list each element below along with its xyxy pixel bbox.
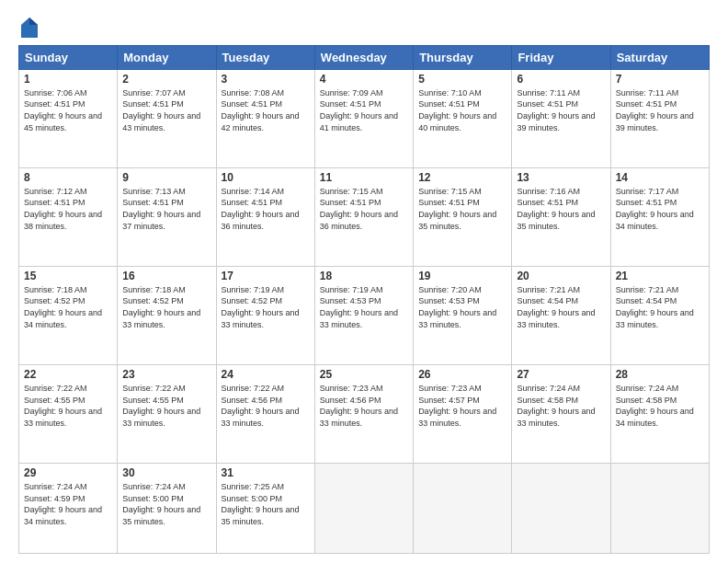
day-number: 25 xyxy=(320,368,408,381)
calendar-cell: 23Sunrise: 7:22 AMSunset: 4:55 PMDayligh… xyxy=(118,364,216,463)
weekday-header-thursday: Thursday xyxy=(414,45,512,69)
day-number: 19 xyxy=(418,270,506,282)
week-row-3: 15Sunrise: 7:18 AMSunset: 4:52 PMDayligh… xyxy=(19,266,710,364)
week-row-4: 22Sunrise: 7:22 AMSunset: 4:55 PMDayligh… xyxy=(19,364,710,463)
day-number: 27 xyxy=(517,368,605,381)
day-number: 1 xyxy=(24,73,112,86)
day-info: Sunrise: 7:24 AMSunset: 4:58 PMDaylight:… xyxy=(517,383,605,429)
day-info: Sunrise: 7:25 AMSunset: 5:00 PMDaylight:… xyxy=(222,481,310,527)
day-number: 15 xyxy=(24,270,112,282)
day-info: Sunrise: 7:11 AMSunset: 4:51 PMDaylight:… xyxy=(517,87,605,133)
calendar-cell: 15Sunrise: 7:18 AMSunset: 4:52 PMDayligh… xyxy=(19,266,118,364)
day-number: 17 xyxy=(222,270,310,282)
day-info: Sunrise: 7:24 AMSunset: 4:58 PMDaylight:… xyxy=(616,383,704,429)
weekday-header-wednesday: Wednesday xyxy=(314,45,413,69)
day-info: Sunrise: 7:06 AMSunset: 4:51 PMDaylight:… xyxy=(24,87,112,133)
day-info: Sunrise: 7:18 AMSunset: 4:52 PMDaylight:… xyxy=(24,284,112,330)
calendar-cell: 27Sunrise: 7:24 AMSunset: 4:58 PMDayligh… xyxy=(512,364,610,463)
day-number: 8 xyxy=(24,171,112,184)
calendar-cell: 9Sunrise: 7:13 AMSunset: 4:51 PMDaylight… xyxy=(118,167,216,266)
week-row-5: 29Sunrise: 7:24 AMSunset: 4:59 PMDayligh… xyxy=(19,464,710,554)
weekday-header-row: SundayMondayTuesdayWednesdayThursdayFrid… xyxy=(19,45,710,69)
day-info: Sunrise: 7:07 AMSunset: 4:51 PMDaylight:… xyxy=(122,87,210,133)
day-info: Sunrise: 7:24 AMSunset: 5:00 PMDaylight:… xyxy=(122,481,210,527)
calendar-cell: 8Sunrise: 7:12 AMSunset: 4:51 PMDaylight… xyxy=(19,167,118,266)
day-info: Sunrise: 7:10 AMSunset: 4:51 PMDaylight:… xyxy=(418,87,506,133)
calendar-cell: 28Sunrise: 7:24 AMSunset: 4:58 PMDayligh… xyxy=(610,364,709,463)
logo xyxy=(18,15,38,38)
calendar-cell: 22Sunrise: 7:22 AMSunset: 4:55 PMDayligh… xyxy=(19,364,118,463)
day-info: Sunrise: 7:23 AMSunset: 4:56 PMDaylight:… xyxy=(320,383,408,429)
week-row-2: 8Sunrise: 7:12 AMSunset: 4:51 PMDaylight… xyxy=(19,167,710,266)
day-number: 13 xyxy=(517,171,605,184)
calendar-cell: 16Sunrise: 7:18 AMSunset: 4:52 PMDayligh… xyxy=(118,266,216,364)
day-info: Sunrise: 7:22 AMSunset: 4:55 PMDaylight:… xyxy=(122,383,210,429)
calendar-table: SundayMondayTuesdayWednesdayThursdayFrid… xyxy=(18,45,710,554)
calendar-cell xyxy=(610,464,709,554)
calendar-cell: 12Sunrise: 7:15 AMSunset: 4:51 PMDayligh… xyxy=(414,167,512,266)
day-info: Sunrise: 7:13 AMSunset: 4:51 PMDaylight:… xyxy=(122,186,210,232)
day-number: 14 xyxy=(616,171,704,184)
day-number: 21 xyxy=(616,270,704,282)
logo-icon xyxy=(21,17,38,38)
weekday-header-friday: Friday xyxy=(512,45,610,69)
calendar-cell xyxy=(314,464,413,554)
day-info: Sunrise: 7:16 AMSunset: 4:51 PMDaylight:… xyxy=(517,186,605,232)
day-number: 26 xyxy=(418,368,506,381)
day-info: Sunrise: 7:18 AMSunset: 4:52 PMDaylight:… xyxy=(122,284,210,330)
calendar-cell: 4Sunrise: 7:09 AMSunset: 4:51 PMDaylight… xyxy=(314,69,413,167)
calendar-cell: 24Sunrise: 7:22 AMSunset: 4:56 PMDayligh… xyxy=(216,364,314,463)
weekday-header-monday: Monday xyxy=(118,45,216,69)
calendar-cell: 20Sunrise: 7:21 AMSunset: 4:54 PMDayligh… xyxy=(512,266,610,364)
top-section xyxy=(18,15,710,38)
day-number: 23 xyxy=(122,368,210,381)
calendar-cell: 14Sunrise: 7:17 AMSunset: 4:51 PMDayligh… xyxy=(610,167,709,266)
calendar-cell: 26Sunrise: 7:23 AMSunset: 4:57 PMDayligh… xyxy=(414,364,512,463)
calendar-cell xyxy=(512,464,610,554)
calendar-cell: 30Sunrise: 7:24 AMSunset: 5:00 PMDayligh… xyxy=(118,464,216,554)
day-number: 11 xyxy=(320,171,408,184)
weekday-header-tuesday: Tuesday xyxy=(216,45,314,69)
day-info: Sunrise: 7:21 AMSunset: 4:54 PMDaylight:… xyxy=(616,284,704,330)
day-number: 30 xyxy=(122,466,210,479)
day-info: Sunrise: 7:15 AMSunset: 4:51 PMDaylight:… xyxy=(418,186,506,232)
calendar-cell: 1Sunrise: 7:06 AMSunset: 4:51 PMDaylight… xyxy=(19,69,118,167)
day-number: 5 xyxy=(418,73,506,86)
day-info: Sunrise: 7:23 AMSunset: 4:57 PMDaylight:… xyxy=(418,383,506,429)
weekday-header-sunday: Sunday xyxy=(19,45,118,69)
day-number: 16 xyxy=(122,270,210,282)
calendar-cell: 3Sunrise: 7:08 AMSunset: 4:51 PMDaylight… xyxy=(216,69,314,167)
day-number: 22 xyxy=(24,368,112,381)
day-info: Sunrise: 7:21 AMSunset: 4:54 PMDaylight:… xyxy=(517,284,605,330)
day-info: Sunrise: 7:19 AMSunset: 4:52 PMDaylight:… xyxy=(222,284,310,330)
day-number: 24 xyxy=(222,368,310,381)
day-info: Sunrise: 7:14 AMSunset: 4:51 PMDaylight:… xyxy=(222,186,310,232)
calendar-cell: 18Sunrise: 7:19 AMSunset: 4:53 PMDayligh… xyxy=(314,266,413,364)
day-info: Sunrise: 7:17 AMSunset: 4:51 PMDaylight:… xyxy=(616,186,704,232)
calendar-cell: 2Sunrise: 7:07 AMSunset: 4:51 PMDaylight… xyxy=(118,69,216,167)
week-row-1: 1Sunrise: 7:06 AMSunset: 4:51 PMDaylight… xyxy=(19,69,710,167)
day-info: Sunrise: 7:19 AMSunset: 4:53 PMDaylight:… xyxy=(320,284,408,330)
calendar-cell: 11Sunrise: 7:15 AMSunset: 4:51 PMDayligh… xyxy=(314,167,413,266)
day-info: Sunrise: 7:12 AMSunset: 4:51 PMDaylight:… xyxy=(24,186,112,232)
day-number: 9 xyxy=(122,171,210,184)
day-number: 29 xyxy=(24,466,112,479)
day-number: 4 xyxy=(320,73,408,86)
day-info: Sunrise: 7:22 AMSunset: 4:56 PMDaylight:… xyxy=(222,383,310,429)
day-number: 28 xyxy=(616,368,704,381)
day-number: 7 xyxy=(616,73,704,86)
day-number: 3 xyxy=(222,73,310,86)
day-info: Sunrise: 7:20 AMSunset: 4:53 PMDaylight:… xyxy=(418,284,506,330)
day-number: 10 xyxy=(222,171,310,184)
calendar-cell: 7Sunrise: 7:11 AMSunset: 4:51 PMDaylight… xyxy=(610,69,709,167)
day-number: 20 xyxy=(517,270,605,282)
day-number: 2 xyxy=(122,73,210,86)
day-number: 6 xyxy=(517,73,605,86)
page: SundayMondayTuesdayWednesdayThursdayFrid… xyxy=(0,0,728,563)
calendar-cell: 6Sunrise: 7:11 AMSunset: 4:51 PMDaylight… xyxy=(512,69,610,167)
day-info: Sunrise: 7:11 AMSunset: 4:51 PMDaylight:… xyxy=(616,87,704,133)
calendar-cell: 10Sunrise: 7:14 AMSunset: 4:51 PMDayligh… xyxy=(216,167,314,266)
day-number: 18 xyxy=(320,270,408,282)
day-number: 12 xyxy=(418,171,506,184)
day-number: 31 xyxy=(222,466,310,479)
